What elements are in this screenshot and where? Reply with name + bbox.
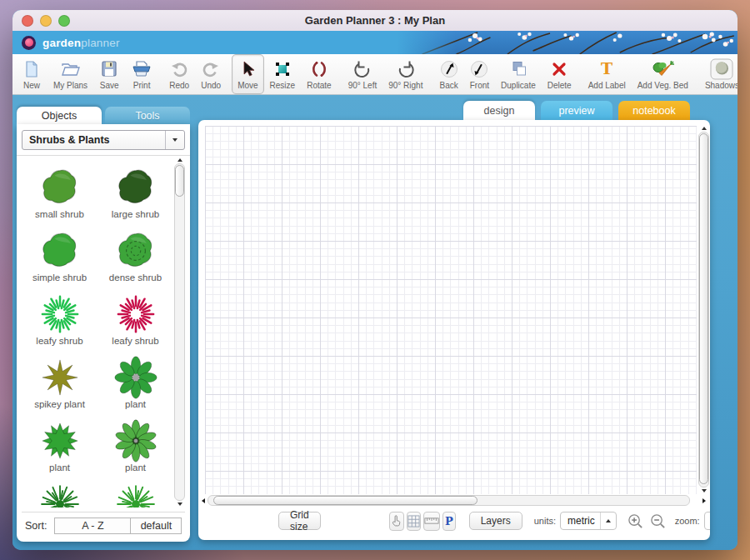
grid-size-button[interactable]: Grid size xyxy=(278,512,321,530)
toolbar-label: Save xyxy=(100,81,119,90)
move-cursor-icon xyxy=(238,59,257,80)
close-button[interactable] xyxy=(22,15,33,27)
canvas-container: Grid size P Layers xyxy=(198,120,710,540)
tab-preview[interactable]: preview xyxy=(541,101,612,120)
rotate-right-arrow-icon xyxy=(395,59,417,80)
tab-objects[interactable]: Objects xyxy=(17,107,102,124)
design-grid-canvas[interactable] xyxy=(205,126,697,494)
shadows-button[interactable]: Shadows xyxy=(699,54,738,94)
front-button[interactable]: Front xyxy=(464,54,495,94)
canvas-main xyxy=(198,120,710,494)
zoom-in-button[interactable] xyxy=(627,512,644,530)
delete-button[interactable]: Delete xyxy=(542,54,578,94)
save-button[interactable]: Save xyxy=(93,54,125,94)
rotate-90-left-button[interactable]: 90° Left xyxy=(342,54,383,94)
plant-labels-button[interactable]: P xyxy=(442,512,456,531)
my-plans-button[interactable]: My Plans xyxy=(48,54,93,94)
shadows-icon xyxy=(709,59,734,80)
rotate-button[interactable]: Rotate xyxy=(301,54,337,94)
plant-item-spikey-plant[interactable]: spikey plant xyxy=(22,350,98,413)
button-label: Grid size xyxy=(290,509,309,532)
zoom-button[interactable] xyxy=(58,15,70,27)
toolbar-label: Add Veg. Bed xyxy=(638,81,688,90)
scrollbar-track[interactable] xyxy=(174,163,185,501)
units-label: units: xyxy=(534,516,556,526)
tab-notebook[interactable]: notebook xyxy=(618,101,690,120)
print-button[interactable]: Print xyxy=(125,54,158,94)
plant-item-leafy-shrub-green[interactable]: leafy shrub xyxy=(22,287,98,350)
add-veg-bed-button[interactable]: Add Veg. Bed xyxy=(632,54,694,94)
measure-tool-button[interactable] xyxy=(423,512,440,531)
delete-x-icon xyxy=(550,59,568,80)
scroll-up-arrow-icon[interactable] xyxy=(178,158,182,162)
toolbar-label: My Plans xyxy=(53,81,88,90)
sort-default-button[interactable]: default xyxy=(130,518,182,534)
back-button[interactable]: Back xyxy=(433,54,463,94)
plant-item-large-shrub[interactable]: large shrub xyxy=(98,160,173,223)
tab-label: Objects xyxy=(42,110,77,122)
new-button[interactable]: New xyxy=(16,54,48,94)
scroll-up-arrow-icon[interactable] xyxy=(702,127,707,130)
toolbar-label: Undo xyxy=(201,81,221,90)
category-value: Shrubs & Plants xyxy=(22,131,165,149)
scrollbar-thumb[interactable] xyxy=(213,496,478,505)
add-label-button[interactable]: T Add Label xyxy=(582,54,632,94)
rotate-90-right-button[interactable]: 90° Right xyxy=(382,54,428,94)
rotate-icon xyxy=(309,59,329,80)
pan-tool-button[interactable] xyxy=(389,512,404,531)
plant-item-partial-2[interactable] xyxy=(98,477,173,508)
plant-list-scrollbar[interactable] xyxy=(174,158,185,506)
plant-item-partial-1[interactable] xyxy=(22,477,98,508)
undo-button[interactable]: Undo xyxy=(195,54,227,94)
scrollbar-track[interactable] xyxy=(698,132,709,488)
new-document-icon xyxy=(22,59,42,80)
zoom-dropdown[interactable]: 100% xyxy=(704,512,710,530)
app-header: gardenplanner xyxy=(12,31,738,54)
plant-item-dense-shrub[interactable]: dense shrub xyxy=(98,223,173,287)
plant-item-plant-2[interactable]: plant xyxy=(22,413,98,477)
redo-button[interactable]: Redo xyxy=(163,54,195,94)
divider xyxy=(17,155,190,156)
layers-button[interactable]: Layers xyxy=(469,512,522,530)
toggle-grid-button[interactable] xyxy=(407,512,421,531)
plant-item-plant-1[interactable]: plant xyxy=(98,350,173,413)
scrollbar-track[interactable] xyxy=(208,495,690,506)
category-dropdown[interactable]: Shrubs & Plants xyxy=(22,130,185,150)
scrollbar-thumb[interactable] xyxy=(175,165,184,197)
resize-handles-icon xyxy=(272,59,292,80)
sort-az-button[interactable]: A - Z xyxy=(54,518,131,534)
zoom-out-button[interactable] xyxy=(649,512,667,530)
scrollbar-thumb[interactable] xyxy=(699,133,708,484)
toolbar-label: Duplicate xyxy=(501,81,536,90)
dropdown-arrow[interactable] xyxy=(600,512,616,529)
main-area: Objects Tools Shrubs & Plants small shru… xyxy=(12,95,738,550)
plant-item-plant-3[interactable]: plant xyxy=(98,413,173,477)
tab-label: preview xyxy=(558,105,594,117)
scroll-down-arrow-icon[interactable] xyxy=(178,502,182,506)
svg-text:T: T xyxy=(601,59,612,78)
plant-label: plant xyxy=(125,462,146,474)
tab-label: Tools xyxy=(135,110,159,122)
window-title: Garden Planner 3 : My Plan xyxy=(305,14,445,27)
folder-icon xyxy=(60,59,82,80)
scroll-down-arrow-icon[interactable] xyxy=(702,489,707,492)
canvas-vertical-scrollbar[interactable] xyxy=(698,120,710,494)
plant-item-leafy-shrub-red[interactable]: leafy shrub xyxy=(98,287,173,350)
plant-label: large shrub xyxy=(112,209,160,221)
resize-button[interactable]: Resize xyxy=(264,54,302,94)
plant-item-simple-shrub[interactable]: simple shrub xyxy=(22,223,98,287)
minimize-button[interactable] xyxy=(40,15,52,27)
plant-item-small-shrub[interactable]: small shrub xyxy=(22,160,98,223)
brand-name-bold: garden xyxy=(42,37,81,49)
button-label: Layers xyxy=(481,515,511,527)
move-button[interactable]: Move xyxy=(232,54,263,94)
units-dropdown[interactable]: metric xyxy=(560,512,617,530)
duplicate-button[interactable]: Duplicate xyxy=(495,54,542,94)
tab-tools[interactable]: Tools xyxy=(105,107,190,124)
dropdown-arrow[interactable] xyxy=(165,131,184,149)
canvas-horizontal-scrollbar[interactable] xyxy=(198,494,710,507)
tab-design[interactable]: design xyxy=(463,101,535,120)
plant-label: plant xyxy=(49,462,70,474)
scroll-right-arrow-icon[interactable] xyxy=(702,498,706,503)
scroll-left-arrow-icon[interactable] xyxy=(202,498,205,503)
